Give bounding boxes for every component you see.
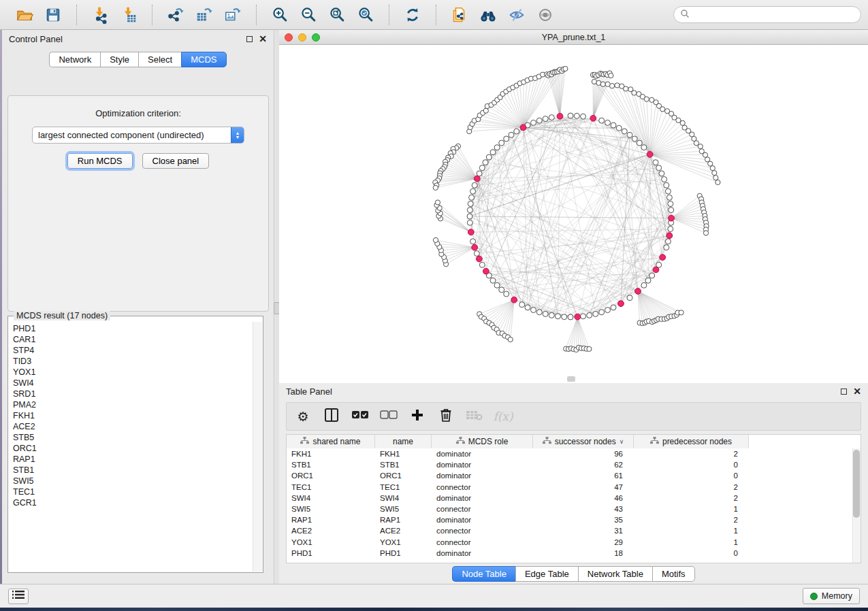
tab-style[interactable]: Style — [100, 52, 138, 67]
column-header-name[interactable]: name — [375, 435, 432, 448]
network-search-field[interactable] — [673, 6, 861, 23]
tab-select[interactable]: Select — [138, 52, 181, 67]
select-all-button[interactable] — [352, 408, 368, 425]
refresh-layout-button[interactable] — [400, 3, 425, 27]
close-panel-button[interactable]: Close panel — [142, 153, 210, 169]
toolbar-separator — [76, 5, 77, 25]
preview-eye-button[interactable] — [533, 3, 558, 27]
criterion-selected-value: largest connected component (undirected) — [33, 130, 231, 140]
table-row[interactable]: YOX1YOX1connector291 — [287, 537, 861, 548]
search-input[interactable] — [693, 10, 854, 20]
table-settings-button[interactable]: ⚙ — [295, 408, 311, 425]
result-list-item[interactable]: STP4 — [13, 345, 248, 356]
import-table-file-button[interactable] — [116, 3, 141, 27]
table-row[interactable]: SWI5SWI5connector431 — [287, 503, 861, 514]
result-list-scrollbar[interactable] — [253, 322, 262, 572]
result-list-item[interactable]: STB5 — [13, 432, 248, 443]
zoom-out-button[interactable] — [296, 3, 321, 27]
result-list-item[interactable]: CAR1 — [13, 334, 248, 345]
export-table-button[interactable] — [192, 3, 216, 27]
result-list-item[interactable]: PMA2 — [13, 399, 248, 410]
result-list-item[interactable]: ACE2 — [13, 421, 248, 432]
network-window-titlebar[interactable]: YPA_prune.txt_1 — [279, 30, 868, 45]
table-cell: 1 — [634, 505, 749, 513]
save-session-button[interactable] — [41, 3, 65, 27]
result-list-item[interactable]: SWI4 — [13, 378, 248, 389]
open-file-button[interactable] — [12, 3, 37, 27]
export-image-button[interactable] — [221, 3, 245, 27]
table-cell: 2 — [634, 494, 749, 502]
run-mcds-button[interactable]: Run MCDS — [67, 153, 133, 169]
float-panel-icon[interactable] — [246, 36, 253, 42]
duplicate-network-icon — [450, 5, 469, 24]
zoom-in-button[interactable] — [268, 3, 292, 27]
zoom-selected-icon — [356, 5, 375, 24]
column-header-shared-name[interactable]: shared name — [287, 435, 375, 448]
result-list-item[interactable]: STB1 — [13, 465, 248, 476]
close-table-panel-icon[interactable]: ✕ — [853, 389, 861, 395]
duplicate-network-button[interactable] — [447, 3, 472, 27]
result-list-item[interactable]: TID3 — [13, 356, 248, 367]
network-scrollbar-thumb[interactable] — [567, 376, 575, 382]
float-table-panel-icon[interactable] — [841, 389, 847, 395]
table-cell: 61 — [533, 472, 634, 480]
network-graph[interactable] — [279, 45, 868, 383]
delete-column-button[interactable] — [438, 408, 454, 425]
import-network-icon — [91, 5, 110, 24]
zoom-selected-button[interactable] — [353, 3, 378, 27]
import-network-file-button[interactable] — [88, 3, 112, 27]
table-tab-network-table[interactable]: Network Table — [578, 566, 652, 582]
table-row[interactable]: STB1STB1dominator620 — [287, 459, 861, 470]
zoom-fit-button[interactable] — [325, 3, 349, 27]
table-cell: 62 — [533, 461, 634, 469]
result-list-item[interactable]: SWI5 — [13, 476, 248, 486]
table-row[interactable]: ACE2ACE2connector311 — [287, 525, 861, 536]
table-row[interactable]: PHD1PHD1dominator180 — [287, 548, 861, 559]
show-columns-button[interactable] — [323, 408, 340, 425]
open-folder-icon — [15, 5, 34, 24]
table-scrollbar-thumb[interactable] — [853, 450, 860, 518]
column-header-predecessor-nodes[interactable]: predecessor nodes — [634, 435, 749, 448]
table-cell: 2 — [634, 450, 749, 458]
table-scrollbar[interactable] — [852, 448, 861, 563]
memory-status-icon — [810, 593, 818, 600]
table-row[interactable]: SWI4SWI4dominator462 — [287, 493, 861, 503]
tab-mcds[interactable]: MCDS — [181, 52, 226, 67]
column-header-MCDS-role[interactable]: MCDS role — [432, 435, 533, 448]
criterion-select[interactable]: largest connected component (undirected)… — [32, 127, 244, 144]
find-network-button[interactable] — [476, 3, 500, 27]
table-cell: 0 — [634, 461, 749, 469]
checked-boxes-icon — [351, 410, 369, 423]
close-panel-icon[interactable]: ✕ — [259, 36, 267, 42]
table-row[interactable]: RAP1RAP1dominator352 — [287, 514, 861, 525]
tab-network[interactable]: Network — [49, 52, 100, 67]
result-list-item[interactable]: PHD1 — [13, 323, 248, 334]
export-network-button[interactable] — [163, 3, 188, 27]
result-list-item[interactable]: RAP1 — [13, 454, 248, 465]
result-list-item[interactable]: TEC1 — [13, 486, 248, 497]
result-list-item[interactable]: YOX1 — [13, 367, 248, 378]
result-list-item[interactable]: ORC1 — [13, 443, 248, 454]
result-list-item[interactable]: FKH1 — [13, 410, 248, 421]
table-cell: 96 — [533, 450, 634, 458]
column-header-successor-nodes[interactable]: successor nodes∨ — [533, 435, 634, 448]
result-list-item[interactable]: GCR1 — [13, 497, 248, 508]
shared-column-icon — [543, 437, 551, 446]
table-row[interactable]: ORC1ORC1dominator610 — [287, 470, 861, 481]
deselect-all-button[interactable] — [381, 408, 397, 425]
mcds-result-list[interactable]: PHD1CAR1STP4TID3YOX1SWI4SRD1PMA2FKH1ACE2… — [9, 322, 253, 572]
table-tab-node-table[interactable]: Node Table — [452, 566, 515, 582]
table-row[interactable]: FKH1FKH1dominator962 — [287, 448, 861, 459]
task-history-button[interactable] — [8, 589, 29, 604]
add-column-button[interactable] — [409, 408, 425, 425]
result-list-item[interactable]: SRD1 — [13, 389, 248, 399]
table-row[interactable]: TEC1TEC1connector472 — [287, 482, 861, 493]
toggle-visibility-button[interactable] — [504, 3, 529, 27]
memory-button[interactable]: Memory — [803, 588, 860, 604]
table-tab-motifs[interactable]: Motifs — [652, 566, 695, 582]
main-toolbar — [0, 0, 868, 30]
table-cell: TEC1 — [375, 483, 432, 491]
table-tab-edge-table[interactable]: Edge Table — [515, 566, 578, 582]
network-canvas[interactable] — [279, 45, 868, 383]
fx-icon: f(x) — [493, 410, 513, 423]
